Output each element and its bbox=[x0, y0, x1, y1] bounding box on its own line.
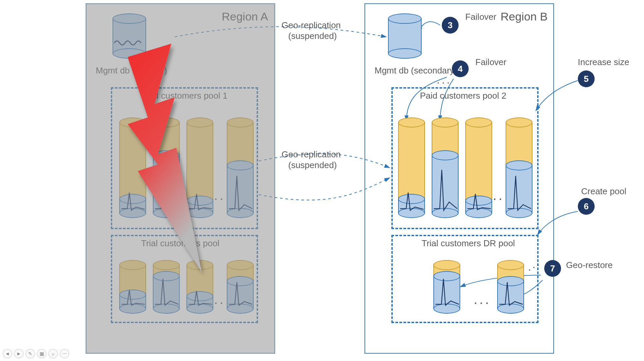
db-cylinder bbox=[506, 117, 532, 218]
diagram-stage: Region A Mgmt db (primary) Paid customer… bbox=[0, 0, 644, 361]
ellipsis: ... bbox=[437, 74, 452, 86]
region-b-title: Region B bbox=[501, 10, 548, 23]
svg-marker-0 bbox=[128, 44, 202, 272]
more-button[interactable]: ⋯ bbox=[60, 349, 69, 358]
geo-rep-1b: (suspended) bbox=[288, 31, 337, 41]
pen-button[interactable]: ✎ bbox=[26, 349, 35, 358]
magnifier-icon: ⌕ bbox=[52, 351, 54, 356]
step-7-badge: 7 bbox=[544, 260, 561, 277]
presentation-toolbar: ◄ ► ✎ ▦ ⌕ ⋯ bbox=[3, 349, 69, 358]
step-7-label: Geo-restore bbox=[566, 260, 613, 270]
region-b-pool1-title: Paid customers pool 2 bbox=[420, 91, 506, 101]
db-cylinder bbox=[465, 117, 492, 218]
step-5-label: Increase size bbox=[578, 57, 629, 67]
db-cylinder bbox=[433, 260, 460, 314]
region-b-pool2-title: Trial customers DR pool bbox=[422, 238, 515, 249]
ellipsis: ... bbox=[474, 292, 491, 307]
step-6-label: Create pool bbox=[581, 186, 626, 197]
step-4-label: Failover bbox=[475, 57, 506, 67]
db-cylinder bbox=[432, 117, 459, 218]
next-slide-button[interactable]: ► bbox=[14, 349, 24, 358]
step-3-label: Failover bbox=[465, 12, 496, 22]
slides-button[interactable]: ▦ bbox=[37, 349, 46, 358]
step-6-badge: 6 bbox=[578, 198, 595, 215]
prev-slide-button[interactable]: ◄ bbox=[3, 349, 12, 358]
step-3-badge: 3 bbox=[442, 17, 459, 34]
geo-rep-2b: (suspended) bbox=[288, 160, 337, 170]
db-cylinder bbox=[497, 260, 524, 314]
geo-rep-2a: Geo-replication bbox=[282, 149, 341, 160]
step-4-badge: 4 bbox=[452, 60, 469, 77]
mgmt-db-b-icon bbox=[388, 13, 422, 59]
geo-rep-1a: Geo-replication bbox=[282, 20, 341, 31]
outage-icon bbox=[97, 44, 218, 285]
step-5-badge: 5 bbox=[578, 70, 595, 87]
db-cylinder bbox=[398, 117, 425, 218]
zoom-button[interactable]: ⌕ bbox=[48, 349, 58, 358]
